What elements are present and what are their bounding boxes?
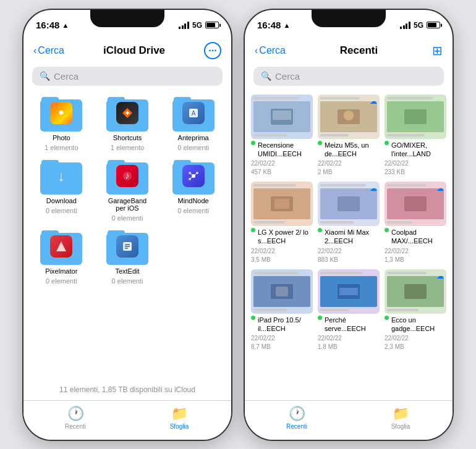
recent-date-r7: 22/02/22 — [251, 335, 313, 342]
cloud-icon-r2: ☁ — [370, 97, 377, 106]
svg-text:A: A — [191, 110, 195, 117]
recent-date-r1: 22/02/22 — [251, 160, 313, 167]
recent-title-r8: Perché serve...EECH — [325, 316, 380, 334]
recent-item-r6[interactable]: ☁ Coolpad MAX/...EECH 22/02/22 1,3 MB — [385, 182, 446, 263]
folder-item-download[interactable]: ↓ Download 0 elementi — [30, 157, 93, 222]
recent-title-r9: Ecco un gadge...EECH — [391, 316, 446, 334]
folder-item-photo[interactable]: ● Photo 1 elemento — [30, 94, 93, 151]
recent-title-r3: GO/MIXER, l'inter...LAND — [391, 141, 446, 159]
folder-item-garageband[interactable]: ♪ GarageBandper iOS 0 elementi — [96, 157, 159, 222]
recent-size-r9: 2,3 MB — [385, 343, 446, 350]
nav-bar-left: ‹ Cerca iCloud Drive ··· — [23, 37, 231, 64]
recent-title-r2: Meizu M5s, un de...EECH — [325, 141, 380, 159]
folder-icon-shortcuts — [105, 94, 150, 132]
green-dot-r3 — [385, 141, 389, 145]
sfoglia-tab-label-right: Sfoglia — [391, 423, 410, 430]
recent-item-r8[interactable]: Perché serve...EECH 22/02/22 1,8 MB — [318, 269, 380, 351]
green-dot-r1 — [251, 141, 255, 145]
app-icon-textedit — [116, 235, 138, 258]
svg-rect-25 — [338, 196, 360, 211]
recent-thumb-r5: ☁ — [318, 182, 380, 226]
nav-title-left: iCloud Drive — [103, 44, 165, 57]
green-dot-r2 — [318, 141, 322, 145]
recent-title-row-r2: Meizu M5s, un de...EECH — [318, 141, 380, 159]
folder-count-photo: 1 elemento — [45, 144, 78, 151]
app-icon-pixelmator — [50, 235, 72, 258]
green-dot-r8 — [318, 316, 322, 320]
tab-recenti-left[interactable]: 🕐 Recenti — [23, 406, 127, 430]
recent-thumb-r7 — [251, 269, 313, 314]
more-button-left[interactable]: ··· — [204, 42, 221, 59]
folder-item-anteprima[interactable]: A Anteprima 0 elementi — [161, 94, 225, 151]
recent-size-r7: 8,7 MB — [251, 343, 313, 350]
recent-grid: Recensione UMIDI...EECH 22/02/22 457 KB … — [251, 92, 446, 353]
recent-date-r9: 22/02/22 — [385, 335, 446, 342]
recent-thumb-r1 — [251, 94, 313, 139]
recent-size-r1: 457 KB — [251, 169, 313, 175]
tab-sfoglia-right[interactable]: 📁 Sfoglia — [349, 406, 453, 430]
recent-item-r9[interactable]: ☁ Ecco un gadge...EECH 22/02/22 2,3 MB — [385, 269, 446, 351]
recent-title-row-r8: Perché serve...EECH — [318, 316, 380, 334]
sfoglia-tab-icon-left: 📁 — [171, 406, 188, 422]
recent-item-r1[interactable]: Recensione UMIDI...EECH 22/02/22 457 KB — [251, 94, 313, 176]
app-icon-garageband: ♪ — [116, 165, 138, 187]
recent-thumb-r6: ☁ — [385, 182, 446, 226]
folder-item-shortcuts[interactable]: Shortcuts 1 elemento — [96, 94, 159, 151]
folder-count-download: 0 elementi — [46, 207, 77, 214]
folder-name-download: Download — [46, 197, 77, 204]
folder-count-textedit: 0 elementi — [112, 277, 143, 285]
folder-item-textedit[interactable]: TextEdit 0 elementi — [96, 228, 159, 285]
tab-sfoglia-left[interactable]: 📁 Sfoglia — [127, 406, 231, 430]
network-type: 5G — [192, 21, 202, 30]
recent-title-row-r4: LG X power 2/ lo s...EECH — [251, 228, 313, 246]
recent-item-r4[interactable]: LG X power 2/ lo s...EECH 22/02/22 3,5 M… — [251, 182, 313, 263]
sfoglia-tab-icon-right: 📁 — [393, 406, 409, 422]
folder-icon-garageband: ♪ — [105, 157, 150, 195]
status-icons-right: 5G — [400, 21, 440, 30]
recent-date-r8: 22/02/22 — [318, 335, 380, 342]
recent-size-r8: 1,8 MB — [318, 343, 380, 350]
status-icons-left: 5G — [179, 21, 219, 30]
back-button-right[interactable]: ‹ Cerca — [255, 45, 286, 56]
search-bar-right[interactable]: 🔍 Cerca — [253, 67, 444, 86]
location-icon: ▲ — [62, 22, 69, 29]
status-time-right: 16:48 ▲ — [257, 20, 290, 30]
svg-rect-31 — [404, 284, 427, 299]
recent-title-row-r9: Ecco un gadge...EECH — [385, 316, 446, 334]
tab-recenti-right[interactable]: 🕐 Recenti — [245, 406, 349, 430]
nav-title-right: Recenti — [340, 44, 378, 57]
svg-text:●: ● — [58, 107, 64, 117]
svg-rect-19 — [273, 111, 291, 120]
search-placeholder-left: Cerca — [54, 71, 79, 82]
folder-name-shortcuts: Shortcuts — [113, 134, 142, 141]
search-bar-left[interactable]: 🔍 Cerca — [32, 67, 223, 86]
sfoglia-tab-label-left: Sfoglia — [170, 423, 189, 430]
green-dot-r6 — [385, 228, 389, 232]
recent-title-row-r7: iPad Pro 10.5/ il...EECH — [251, 316, 313, 334]
download-arrow-icon: ↓ — [57, 167, 65, 185]
nav-bar-right: ‹ Cerca Recenti ⊞ — [245, 37, 453, 64]
folder-item-pixelmator[interactable]: Pixelmator 0 elementi — [30, 228, 93, 285]
network-type-right: 5G — [414, 21, 423, 30]
content-right: Recensione UMIDI...EECH 22/02/22 457 KB … — [245, 92, 453, 400]
recent-item-r3[interactable]: GO/MIXER, l'inter...LAND 22/02/22 233 KB — [385, 94, 446, 176]
folder-item-mindnode[interactable]: MindNode 0 elementi — [161, 157, 225, 222]
recent-item-r2[interactable]: ☁ Meizu M5s, un de...EECH 22/02/22 2 MB — [318, 94, 380, 176]
recent-item-r5[interactable]: ☁ Xiaomi Mi Max 2...EECH 22/02/22 883 KB — [318, 182, 380, 263]
folder-count-mindnode: 0 elementi — [177, 207, 209, 214]
back-button-left[interactable]: ‹ Cerca — [33, 45, 64, 56]
folder-name-anteprima: Anteprima — [178, 134, 209, 141]
green-dot-r5 — [318, 228, 322, 232]
status-time-left: 16:48 ▲ — [36, 20, 69, 30]
recent-item-r7[interactable]: iPad Pro 10.5/ il...EECH 22/02/22 8,7 MB — [251, 269, 313, 351]
recenti-tab-icon-right: 🕐 — [289, 406, 305, 422]
signal-bars-right — [400, 22, 410, 29]
green-dot-r7 — [251, 316, 255, 320]
search-icon-left: 🔍 — [40, 71, 50, 81]
app-icon-shortcuts — [116, 102, 138, 124]
recenti-tab-label-right: Recenti — [286, 423, 307, 430]
svg-text:♪: ♪ — [125, 170, 129, 180]
folder-icon-mindnode — [171, 157, 216, 195]
app-icon-mindnode — [182, 165, 205, 187]
grid-view-button[interactable]: ⊞ — [432, 43, 443, 58]
